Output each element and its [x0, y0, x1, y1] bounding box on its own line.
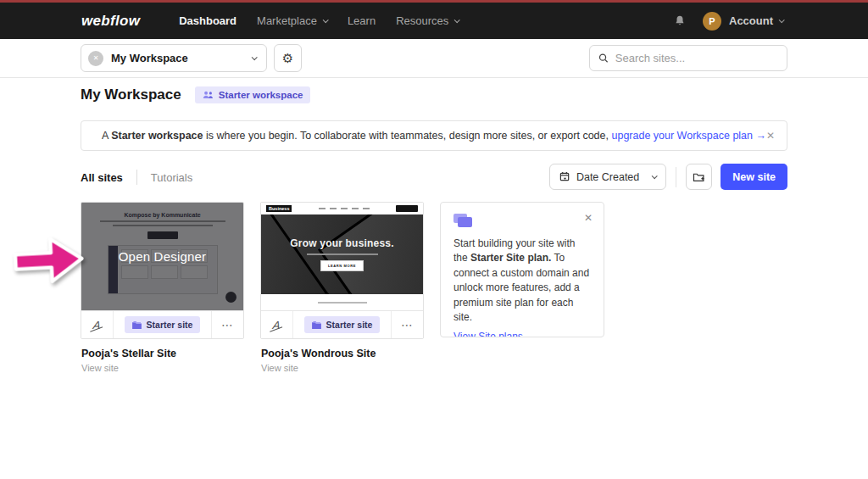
- list-controls: Date Created New site: [549, 164, 787, 190]
- search-input[interactable]: [615, 52, 778, 64]
- people-icon: [203, 91, 214, 99]
- site-card-wondrous: Business Grow your business. LEARN MORE: [260, 202, 424, 373]
- site-card: Kompose by Kommunicate Open Designer: [81, 202, 244, 339]
- ellipsis-icon: ⋯: [401, 318, 414, 331]
- chevron-down-icon: [779, 17, 785, 23]
- workspace-logo-icon: ✕: [88, 51, 103, 66]
- banner-text-prefix: A: [102, 130, 111, 142]
- site-card: Business Grow your business. LEARN MORE: [260, 202, 424, 339]
- plan-badge-cell: Starter site: [114, 311, 211, 338]
- workspace-name: My Workspace: [111, 52, 188, 64]
- webflow-logo[interactable]: webflow: [81, 13, 140, 30]
- tab-all-sites[interactable]: All sites: [81, 171, 123, 184]
- site-meta: Pooja's Wondrous Site View site: [260, 348, 424, 373]
- chevron-down-icon: [652, 173, 658, 179]
- site-name: Pooja's Stellar Site: [81, 348, 244, 359]
- tab-tutorials[interactable]: Tutorials: [151, 171, 192, 184]
- nav-items: Dashboard Marketplace Learn Resources: [159, 14, 459, 27]
- workspace-toolbar: ✕ My Workspace ⚙: [0, 39, 868, 78]
- site-thumbnail[interactable]: Business Grow your business. LEARN MORE: [261, 203, 423, 310]
- search-icon: [598, 53, 609, 64]
- banner-text-bold: Starter workspace: [111, 130, 203, 142]
- folder-icon: [132, 321, 142, 329]
- card-menu-button[interactable]: ⋯: [211, 311, 243, 338]
- nav-item-resources-label: Resources: [396, 14, 448, 27]
- sort-label: Date Created: [576, 171, 639, 183]
- sites-grid: Kompose by Kommunicate Open Designer: [81, 202, 604, 373]
- nav-item-marketplace-label: Marketplace: [257, 14, 317, 27]
- open-designer-overlay[interactable]: Open Designer: [81, 203, 243, 310]
- search-box: [589, 45, 787, 71]
- sites-tabs: All sites Tutorials: [81, 170, 192, 185]
- banner-text-middle: is where you begin. To collaborate with …: [203, 130, 612, 142]
- site-thumbnail-open-designer[interactable]: Kompose by Kommunicate Open Designer: [81, 203, 243, 310]
- gear-icon: ⚙: [282, 51, 293, 66]
- chevron-down-icon: [323, 17, 329, 23]
- ellipsis-icon: ⋯: [221, 318, 234, 331]
- page-title: My Workspace: [81, 86, 181, 103]
- nav-item-learn[interactable]: Learn: [348, 14, 376, 27]
- designer-icon: A: [92, 319, 102, 331]
- promo-text-bold: Starter Site plan.: [470, 252, 551, 264]
- designer-icon-button[interactable]: A: [261, 311, 293, 338]
- banner-close-icon[interactable]: ✕: [766, 130, 775, 142]
- navbar-right: P Account: [674, 12, 783, 31]
- nav-item-marketplace[interactable]: Marketplace: [257, 14, 327, 27]
- workspace-logo-glyph: ✕: [93, 54, 99, 62]
- plan-badge-cell: Starter site: [293, 311, 391, 338]
- open-designer-label: Open Designer: [119, 249, 207, 264]
- site-name: Pooja's Wondrous Site: [261, 348, 424, 359]
- site-meta: Pooja's Stellar Site View site: [81, 348, 244, 373]
- webflow-dashboard: webflow Dashboard Marketplace Learn Reso…: [0, 0, 868, 479]
- workspace-selector[interactable]: ✕ My Workspace: [81, 44, 267, 72]
- site-plan-badge-label: Starter site: [326, 320, 373, 330]
- card-menu-button[interactable]: ⋯: [391, 311, 423, 338]
- new-site-button[interactable]: New site: [721, 164, 787, 190]
- new-folder-button[interactable]: [686, 164, 712, 190]
- chevron-down-icon: [252, 54, 258, 60]
- thumb-bottom-strip: [261, 294, 423, 310]
- starter-workspace-badge: Starter workspace: [195, 86, 311, 103]
- card-footer: A Starter site ⋯: [81, 310, 243, 338]
- page-heading: My Workspace Starter workspace: [81, 86, 310, 103]
- promo-text: Start building your site with the Starte…: [453, 237, 591, 325]
- plan-promo-column: ✕ Start building your site with the Star…: [440, 202, 604, 337]
- workspace-selector-group: ✕ My Workspace ⚙: [81, 44, 302, 72]
- promo-close-icon[interactable]: ✕: [584, 212, 593, 224]
- view-site-plans-link[interactable]: View Site plans →: [453, 331, 591, 337]
- upgrade-plan-link[interactable]: upgrade your Workspace plan →: [611, 130, 766, 142]
- hero-center: Grow your business. LEARN MORE: [261, 214, 423, 294]
- view-site-link[interactable]: View site: [261, 363, 424, 373]
- nav-item-dashboard[interactable]: Dashboard: [179, 14, 236, 27]
- pages-icon: [453, 214, 476, 229]
- top-navbar: webflow Dashboard Marketplace Learn Reso…: [0, 3, 868, 39]
- hero-button: LEARN MORE: [320, 260, 364, 271]
- pink-annotation-arrow: [10, 226, 86, 295]
- site-plan-badge[interactable]: Starter site: [304, 316, 381, 333]
- avatar[interactable]: P: [703, 12, 721, 31]
- folder-icon: [312, 321, 321, 329]
- sort-by-date-button[interactable]: Date Created: [549, 164, 666, 190]
- upgrade-banner: A Starter workspace is where you begin. …: [81, 120, 787, 151]
- folder-plus-icon: [693, 171, 705, 182]
- thumb-hero: Grow your business. LEARN MORE: [261, 214, 423, 294]
- thumb-nav-links: [319, 208, 370, 209]
- designer-icon-button[interactable]: A: [81, 311, 114, 338]
- thumb-navbar: Business: [261, 203, 423, 214]
- controls-divider: [676, 167, 676, 187]
- hero-subtext-line: [307, 253, 378, 255]
- nav-item-resources[interactable]: Resources: [396, 14, 459, 27]
- thumb-logo: Business: [266, 205, 292, 212]
- view-site-link[interactable]: View site: [81, 363, 244, 373]
- notifications-bell-icon[interactable]: [674, 14, 686, 27]
- site-plan-badge[interactable]: Starter site: [125, 316, 201, 333]
- navbar-left: webflow Dashboard Marketplace Learn Reso…: [81, 13, 459, 30]
- chevron-down-icon: [454, 17, 460, 23]
- tab-divider: [136, 170, 137, 185]
- hero-heading: Grow your business.: [290, 237, 394, 249]
- nav-item-dashboard-label: Dashboard: [179, 14, 236, 27]
- card-footer: A Starter site ⋯: [261, 310, 423, 338]
- nav-item-learn-label: Learn: [348, 14, 376, 27]
- workspace-settings-button[interactable]: ⚙: [274, 44, 302, 72]
- account-menu[interactable]: Account: [729, 14, 783, 27]
